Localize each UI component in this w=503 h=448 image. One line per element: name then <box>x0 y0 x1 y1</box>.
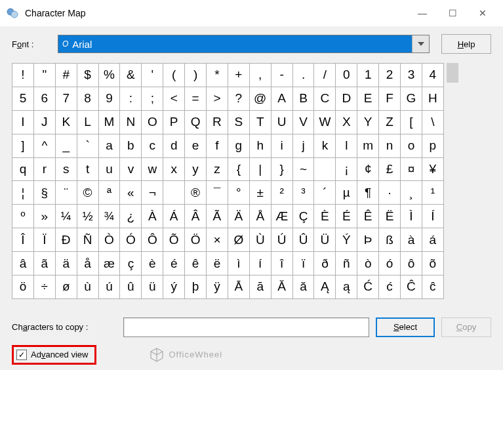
character-cell[interactable]: ( <box>163 64 185 87</box>
character-cell[interactable]: c <box>142 134 163 157</box>
character-cell[interactable]: ­ <box>163 181 185 205</box>
character-cell[interactable]: 1 <box>357 64 379 87</box>
character-cell[interactable]: " <box>33 64 55 87</box>
character-cell[interactable]: ê <box>185 252 207 275</box>
character-cell[interactable]: 9 <box>98 87 120 110</box>
character-cell[interactable]: Q <box>185 110 207 134</box>
character-cell[interactable]: ¼ <box>55 205 77 228</box>
character-cell[interactable]: Z <box>379 110 401 134</box>
character-cell[interactable]: å <box>77 252 98 275</box>
character-cell[interactable]: Ê <box>357 205 379 228</box>
character-cell[interactable]: + <box>228 64 249 87</box>
character-cell[interactable]: L <box>77 110 98 134</box>
character-cell[interactable]: ă <box>292 275 314 299</box>
character-cell[interactable]: w <box>142 157 163 181</box>
character-cell[interactable]: Æ <box>271 205 292 228</box>
character-cell[interactable]: Û <box>292 228 314 252</box>
character-cell[interactable]: õ <box>422 252 443 275</box>
character-cell[interactable]: 0 <box>336 64 357 87</box>
character-cell[interactable]: ¶ <box>357 181 379 205</box>
character-cell[interactable]: É <box>336 205 357 228</box>
character-cell[interactable]: ÷ <box>33 275 55 299</box>
character-cell[interactable]: * <box>207 64 228 87</box>
character-cell[interactable]: Ã <box>207 205 228 228</box>
character-cell[interactable]: Þ <box>357 228 379 252</box>
character-cell[interactable]: ; <box>142 87 163 110</box>
character-cell[interactable]: K <box>55 110 77 134</box>
character-cell[interactable]: ¨ <box>55 181 77 205</box>
character-cell[interactable]: i <box>271 134 292 157</box>
character-cell[interactable]: - <box>271 64 292 87</box>
character-cell[interactable]: O <box>142 110 163 134</box>
character-cell[interactable]: ï <box>292 252 314 275</box>
character-cell[interactable]: / <box>314 64 336 87</box>
character-cell[interactable]: d <box>163 134 185 157</box>
character-cell[interactable]: ) <box>185 64 207 87</box>
character-cell[interactable]: > <box>207 87 228 110</box>
character-cell[interactable]: ä <box>55 252 77 275</box>
character-cell[interactable]: Ą <box>314 275 336 299</box>
character-cell[interactable]: û <box>120 275 142 299</box>
character-cell[interactable]: W <box>314 110 336 134</box>
character-cell[interactable]: ÿ <box>207 275 228 299</box>
character-cell[interactable]: 7 <box>55 87 77 110</box>
font-select[interactable]: O Arial <box>58 35 430 53</box>
character-cell[interactable]: = <box>185 87 207 110</box>
character-cell[interactable]: á <box>422 228 443 252</box>
character-cell[interactable]: ð <box>314 252 336 275</box>
character-cell[interactable]: Ú <box>271 228 292 252</box>
character-cell[interactable]: v <box>120 157 142 181</box>
character-cell[interactable]: ĉ <box>422 275 443 299</box>
character-cell[interactable]: é <box>163 252 185 275</box>
character-cell[interactable]: Ć <box>357 275 379 299</box>
characters-to-copy-input[interactable] <box>123 317 369 337</box>
character-cell[interactable]: ? <box>228 87 249 110</box>
character-cell[interactable]: @ <box>249 87 271 110</box>
select-button[interactable]: Select <box>376 317 435 337</box>
help-button[interactable]: Help <box>441 34 491 54</box>
character-cell[interactable]: T <box>249 110 271 134</box>
character-cell[interactable]: â <box>12 252 34 275</box>
character-cell[interactable]: × <box>207 228 228 252</box>
character-cell[interactable]: ¥ <box>422 157 443 181</box>
character-cell[interactable]: J <box>33 110 55 134</box>
character-cell[interactable]: Ð <box>55 228 77 252</box>
character-cell[interactable]: B <box>292 87 314 110</box>
character-cell[interactable]: } <box>271 157 292 181</box>
character-cell[interactable]: À <box>142 205 163 228</box>
character-cell[interactable]: < <box>163 87 185 110</box>
character-cell[interactable]: î <box>271 252 292 275</box>
character-cell[interactable]: , <box>249 64 271 87</box>
character-cell[interactable]: Ø <box>228 228 249 252</box>
character-cell[interactable]: m <box>357 134 379 157</box>
character-cell[interactable]: ½ <box>77 205 98 228</box>
character-cell[interactable]: r <box>33 157 55 181</box>
character-cell[interactable]: ³ <box>292 181 314 205</box>
character-cell[interactable]: 4 <box>422 64 443 87</box>
character-cell[interactable]: I <box>12 110 34 134</box>
character-cell[interactable]: o <box>401 134 422 157</box>
character-cell[interactable]: ± <box>249 181 271 205</box>
character-cell[interactable]: ¾ <box>98 205 120 228</box>
character-cell[interactable]: X <box>336 110 357 134</box>
character-cell[interactable]: ç <box>120 252 142 275</box>
character-cell[interactable]: ° <box>228 181 249 205</box>
character-cell[interactable]: Ò <box>98 228 120 252</box>
character-cell[interactable]: Ì <box>401 205 422 228</box>
character-cell[interactable]: ¸ <box>401 181 422 205</box>
character-cell[interactable]: \ <box>422 110 443 134</box>
scroll-thumb[interactable] <box>447 63 458 83</box>
character-cell[interactable]: Ï <box>33 228 55 252</box>
character-cell[interactable]: ą <box>336 275 357 299</box>
character-cell[interactable]: f <box>207 134 228 157</box>
character-cell[interactable]: Ý <box>336 228 357 252</box>
character-cell[interactable]: p <box>422 134 443 157</box>
character-cell[interactable]: ² <box>271 181 292 205</box>
character-cell[interactable]: Ä <box>228 205 249 228</box>
character-cell[interactable]: : <box>120 87 142 110</box>
character-cell[interactable]: [ <box>401 110 422 134</box>
character-cell[interactable]: ā <box>249 275 271 299</box>
character-cell[interactable]: Â <box>185 205 207 228</box>
maximize-button[interactable]: ☐ <box>437 3 468 24</box>
character-cell[interactable]: Y <box>357 110 379 134</box>
